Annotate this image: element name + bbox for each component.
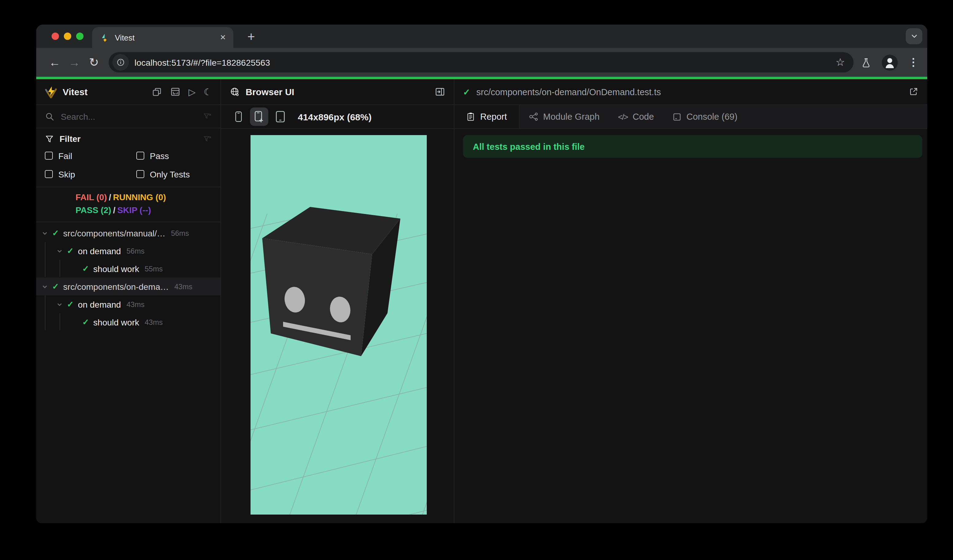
chevron-down-icon[interactable] [56, 248, 63, 254]
url-text[interactable]: localhost:5173/#/?file=1828625563 [135, 57, 836, 67]
test-file-path: src/components/on-demand/OnDemand.test.t… [476, 87, 661, 97]
duration: 56ms [171, 229, 189, 237]
tree-file-row[interactable]: ✓ src/components/manual/… 56ms [36, 224, 220, 242]
app-title: Vitest [63, 87, 87, 97]
bookmark-star-icon[interactable]: ☆ [836, 56, 848, 69]
browser-preview-canvas[interactable] [250, 135, 427, 515]
tab-code[interactable]: </> Code [609, 105, 663, 128]
preview-area [221, 129, 454, 523]
tab-report[interactable]: Report [455, 105, 519, 128]
filter-checkbox-skip[interactable]: Skip [45, 168, 136, 180]
run-all-tests-icon[interactable]: ▷ [188, 87, 196, 96]
filter-checkbox-fail[interactable]: Fail [45, 149, 136, 162]
maximize-window-button[interactable] [76, 33, 84, 40]
traffic-lights[interactable] [51, 33, 84, 40]
console-icon [672, 112, 681, 121]
report-content: All tests passed in this file [455, 129, 927, 523]
all-tests-passed-banner: All tests passed in this file [463, 135, 922, 158]
tree-suite-row[interactable]: ✓ on demand 56ms [36, 242, 220, 260]
vitest-logo-icon [45, 86, 57, 98]
browser-ui-panel: Browser UI [221, 79, 455, 523]
close-window-button[interactable] [51, 33, 59, 40]
filter-title: Filter [60, 134, 81, 144]
dashboard-icon[interactable] [170, 87, 180, 97]
duration: 56ms [126, 247, 144, 255]
search-input[interactable] [61, 112, 203, 121]
tree-test-row[interactable]: ✓ should work 55ms [36, 260, 220, 278]
test-status-summary: FAIL (0)/RUNNING (0) PASS (2)/SKIP (--) [36, 187, 220, 222]
checkbox[interactable] [136, 170, 144, 178]
tab-console[interactable]: Console (69) [663, 105, 747, 128]
test-tree: ✓ src/components/manual/… 56ms ✓ on dema… [36, 222, 220, 523]
clear-filter-icon[interactable] [203, 134, 212, 143]
clipboard-icon [466, 112, 475, 122]
duration: 43ms [144, 318, 163, 326]
browser-toolbar: ← → ↻ localhost:5173/#/?file=1828625563 … [36, 48, 927, 77]
skip-count: SKIP (--) [117, 205, 151, 215]
pass-check-icon: ✓ [463, 87, 470, 97]
site-info-button[interactable] [112, 54, 129, 71]
duration: 55ms [144, 264, 163, 273]
tab-bar: Vitest ✕ + [36, 25, 927, 48]
running-count: RUNNING (0) [113, 192, 166, 202]
module-graph-icon [528, 112, 538, 122]
filter-section-header: Filter [36, 128, 220, 149]
browser-menu-icon[interactable]: ⋮ [908, 56, 919, 69]
pass-check-icon: ✓ [52, 228, 59, 237]
sidebar: Vitest [36, 79, 221, 523]
profile-avatar[interactable] [882, 54, 898, 70]
pass-count: PASS (2) [76, 205, 111, 215]
collapse-panels-icon[interactable] [152, 87, 162, 97]
minimize-window-button[interactable] [64, 33, 71, 40]
back-button[interactable]: ← [45, 56, 64, 69]
pass-check-icon: ✓ [82, 318, 89, 327]
duration: 43ms [126, 300, 144, 309]
checkbox[interactable] [136, 152, 144, 160]
screen: Vitest ✕ + ← → ↻ [0, 0, 953, 560]
close-tab-icon[interactable]: ✕ [220, 33, 226, 42]
theme-toggle-moon-icon[interactable]: ☾ [203, 87, 212, 96]
clear-filter-icon[interactable] [203, 112, 212, 121]
tab-module-graph[interactable]: Module Graph [519, 105, 609, 128]
browser-window: Vitest ✕ + ← → ↻ [36, 25, 927, 523]
device-phone-plus-button[interactable] [250, 107, 269, 126]
tree-file-row-selected[interactable]: ✓ src/components/on-dema… 43ms [36, 278, 220, 295]
browser-tab[interactable]: Vitest ✕ [92, 27, 233, 48]
tab-search-button[interactable] [906, 28, 922, 44]
duration: 43ms [174, 282, 192, 291]
viewport-size-label: 414x896px (68%) [298, 112, 371, 122]
dock-panel-right-icon[interactable] [435, 87, 445, 97]
pass-check-icon: ✓ [67, 246, 74, 256]
browser-panel-title: Browser UI [245, 87, 294, 97]
filter-checkbox-pass[interactable]: Pass [136, 149, 212, 162]
tab-title: Vitest [115, 33, 220, 42]
pass-check-icon: ✓ [67, 299, 74, 309]
new-tab-button[interactable]: + [242, 28, 260, 45]
report-panel: ✓ src/components/on-demand/OnDemand.test… [455, 79, 927, 523]
filter-funnel-icon [45, 134, 54, 143]
checkbox[interactable] [45, 170, 53, 178]
url-bar[interactable]: localhost:5173/#/?file=1828625563 ☆ [109, 52, 854, 73]
device-toolbar: 414x896px (68%) [221, 105, 454, 129]
reload-button[interactable]: ↻ [84, 55, 104, 70]
chevron-down-icon[interactable] [42, 230, 48, 236]
device-phone-small-button[interactable] [229, 107, 247, 126]
tree-suite-row[interactable]: ✓ on demand 43ms [36, 295, 220, 313]
experiments-flask-icon[interactable] [861, 57, 871, 68]
forward-button[interactable]: → [64, 56, 84, 69]
checkbox[interactable] [45, 152, 53, 160]
chevron-down-icon[interactable] [42, 283, 48, 290]
fail-count: FAIL (0) [76, 192, 107, 202]
chevron-down-icon [910, 32, 918, 40]
chevron-down-icon[interactable] [56, 301, 63, 307]
favicon-vitest-icon [99, 33, 109, 42]
pass-check-icon: ✓ [82, 264, 89, 273]
info-icon [116, 58, 125, 67]
tree-test-row[interactable]: ✓ should work 43ms [36, 313, 220, 331]
globe-icon [230, 87, 240, 97]
filter-checkbox-only-tests[interactable]: Only Tests [136, 168, 212, 180]
device-tablet-button[interactable] [271, 107, 289, 126]
progress-bar [36, 77, 927, 79]
report-tabstrip: Report Module Graph </> Code [455, 105, 927, 129]
open-external-icon[interactable] [908, 87, 919, 97]
